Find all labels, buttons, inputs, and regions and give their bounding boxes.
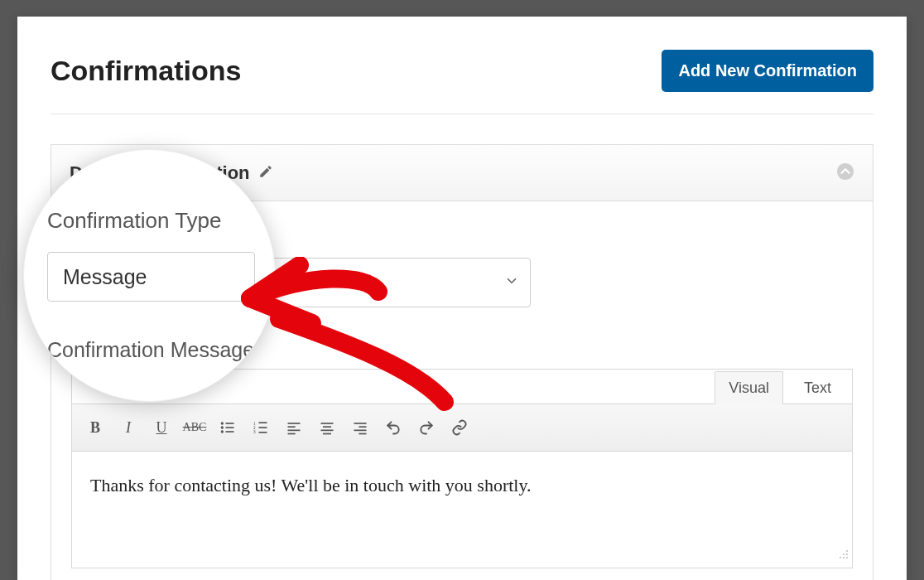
- editor-content[interactable]: Thanks for contacting us! We'll be in to…: [72, 452, 852, 568]
- bold-icon[interactable]: B: [80, 413, 110, 442]
- align-left-icon[interactable]: [279, 413, 309, 442]
- svg-rect-22: [359, 426, 366, 428]
- svg-text:3: 3: [253, 429, 256, 434]
- pencil-icon[interactable]: [258, 162, 273, 184]
- svg-rect-24: [359, 433, 366, 435]
- svg-rect-10: [259, 427, 267, 428]
- svg-rect-19: [321, 430, 334, 432]
- align-center-icon[interactable]: [312, 413, 342, 442]
- strikethrough-icon[interactable]: ABC: [180, 413, 209, 442]
- add-new-confirmation-button[interactable]: Add New Confirmation: [662, 50, 873, 92]
- svg-rect-6: [226, 431, 234, 433]
- svg-point-1: [221, 422, 224, 424]
- svg-rect-17: [321, 423, 334, 424]
- bulleted-list-icon[interactable]: [213, 413, 243, 442]
- svg-point-29: [843, 557, 845, 558]
- underline-icon[interactable]: U: [147, 413, 176, 442]
- magnified-type-label: Confirmation Type: [47, 208, 255, 234]
- magnified-message-label: Confirmation Message: [47, 338, 255, 362]
- svg-rect-23: [354, 430, 367, 432]
- link-icon[interactable]: [445, 413, 474, 442]
- rich-text-editor: Visual Text B I U ABC 123: [71, 369, 853, 568]
- svg-point-27: [846, 553, 848, 555]
- page-title: Confirmations: [51, 55, 241, 87]
- tab-text[interactable]: Text: [790, 371, 845, 404]
- divider: [51, 114, 873, 114]
- undo-icon[interactable]: [378, 413, 408, 442]
- svg-point-0: [837, 162, 854, 179]
- svg-point-5: [221, 430, 224, 433]
- italic-icon[interactable]: I: [113, 413, 143, 442]
- svg-point-26: [843, 553, 845, 555]
- svg-rect-4: [226, 427, 234, 428]
- svg-point-30: [846, 557, 848, 558]
- svg-rect-8: [259, 422, 267, 423]
- chevron-up-icon[interactable]: [836, 162, 854, 184]
- align-right-icon[interactable]: [345, 413, 375, 442]
- svg-rect-20: [323, 433, 331, 435]
- tab-visual[interactable]: Visual: [715, 371, 783, 404]
- resize-grip-icon[interactable]: [838, 544, 849, 565]
- svg-point-3: [221, 426, 224, 428]
- editor-text: Thanks for contacting us! We'll be in to…: [90, 475, 532, 495]
- magnified-type-select[interactable]: [47, 252, 255, 302]
- svg-rect-13: [288, 423, 301, 424]
- redo-icon[interactable]: [411, 413, 441, 442]
- svg-rect-12: [259, 432, 267, 433]
- magnifier-overlay: Confirmation Type Confirmation Message: [23, 149, 276, 402]
- svg-rect-14: [288, 426, 296, 428]
- svg-point-28: [840, 557, 841, 558]
- editor-toolbar: B I U ABC 123: [72, 404, 852, 452]
- svg-rect-21: [354, 423, 367, 424]
- svg-rect-16: [288, 433, 296, 435]
- svg-rect-18: [323, 426, 331, 428]
- numbered-list-icon[interactable]: 123: [246, 413, 276, 442]
- svg-rect-15: [288, 430, 301, 432]
- svg-rect-2: [226, 423, 234, 424]
- svg-point-25: [846, 550, 848, 552]
- header-row: Confirmations Add New Confirmation: [51, 50, 873, 92]
